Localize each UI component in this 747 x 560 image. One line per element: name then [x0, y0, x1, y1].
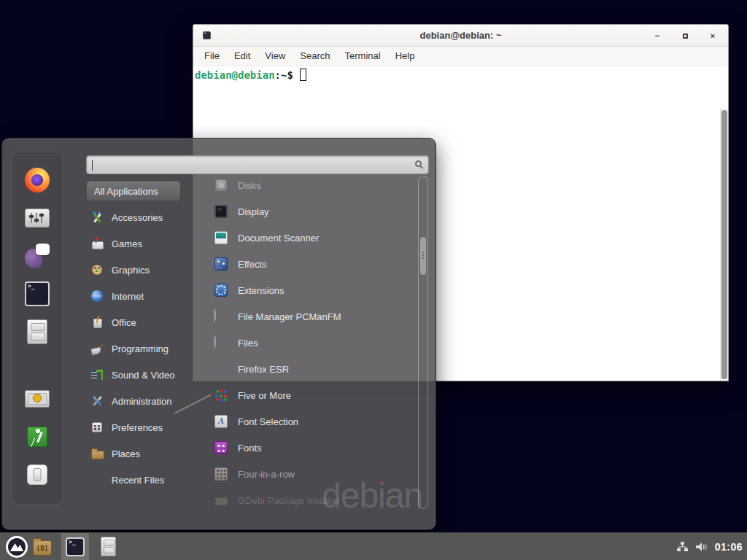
search-input[interactable]: [93, 157, 409, 173]
network-icon[interactable]: [676, 541, 689, 553]
close-button[interactable]: ×: [708, 31, 718, 41]
app-item-document-scanner[interactable]: Document Scanner: [208, 225, 415, 251]
volume-icon[interactable]: [695, 541, 708, 553]
menu-button[interactable]: [6, 536, 28, 558]
file-cabinet-icon: [214, 309, 228, 324]
pidgin-icon: [25, 244, 50, 268]
display-icon: [214, 204, 228, 219]
app-item-font-selection[interactable]: Font Selection: [208, 408, 415, 435]
document-scanner-icon: [214, 230, 228, 245]
sound-video-icon: [90, 368, 104, 381]
system-tray: 01:06: [676, 533, 743, 560]
clock[interactable]: 01:06: [715, 541, 743, 553]
logout-icon: [27, 427, 48, 448]
menu-edit[interactable]: Edit: [227, 47, 258, 66]
terminal-titlebar[interactable]: debian@debian: ~ − ×: [193, 25, 728, 47]
preferences-icon: [90, 421, 104, 434]
category-programming[interactable]: Programming: [86, 335, 206, 362]
favorite-logout[interactable]: [25, 424, 50, 449]
firefox-icon: [214, 362, 228, 376]
all-applications-label: All Applications: [94, 186, 158, 197]
app-item-disks[interactable]: Disks: [208, 172, 415, 198]
four-in-a-row-icon: [214, 467, 228, 481]
administration-icon: [90, 394, 104, 408]
menu-search[interactable]: Search: [293, 47, 337, 66]
menu-help[interactable]: Help: [388, 47, 422, 66]
app-item-four-in-a-row[interactable]: Four-in-a-row: [208, 461, 415, 487]
app-list-scrollbar[interactable]: [418, 176, 428, 509]
favorite-shutdown[interactable]: [25, 462, 50, 487]
file-cabinet-icon: [101, 537, 116, 556]
app-item-extensions[interactable]: Extensions: [208, 277, 415, 303]
app-item-effects[interactable]: Effects: [208, 251, 415, 277]
category-sound-video[interactable]: Sound & Video: [86, 362, 206, 388]
fonts-icon: [214, 440, 228, 455]
disks-icon: [214, 178, 228, 192]
applications-menu: debian All Applications Accessories Game…: [1, 138, 436, 530]
favorite-pidgin[interactable]: [25, 244, 50, 268]
internet-icon: [90, 289, 104, 303]
file-cabinet-icon: [214, 335, 228, 350]
favorites-panel: [11, 152, 63, 505]
window-controls: − ×: [652, 25, 718, 47]
terminal-cursor: [300, 69, 306, 81]
category-games[interactable]: Games: [86, 230, 206, 257]
app-item-firefox-esr[interactable]: Firefox ESR: [208, 356, 415, 382]
games-icon: [90, 237, 104, 250]
font-selection-icon: [214, 414, 228, 429]
app-item-files[interactable]: Files: [208, 330, 415, 356]
terminal-scrollbar-thumb[interactable]: [721, 110, 727, 379]
maximize-button[interactable]: [680, 31, 690, 41]
app-item-file-manager-pcmanfm[interactable]: File Manager PCManFM: [208, 303, 415, 330]
search-icon: [415, 160, 422, 167]
shell-prompt: debian@debian:~$: [195, 69, 727, 81]
category-administration[interactable]: Administration: [86, 388, 206, 414]
taskbar-terminal[interactable]: [66, 537, 85, 556]
firefox-icon: [25, 168, 50, 192]
gdebi-icon: [214, 493, 228, 508]
places-icon: [90, 447, 104, 460]
prompt-user-host: debian@debian: [195, 69, 275, 81]
category-all-applications[interactable]: All Applications: [86, 181, 181, 201]
effects-icon: [214, 257, 228, 271]
terminal-icon: [25, 281, 50, 306]
five-or-more-icon: [214, 388, 228, 402]
taskbar-file-manager[interactable]: [32, 537, 53, 557]
mixer-icon: [25, 209, 50, 228]
category-office[interactable]: Office: [86, 309, 206, 335]
category-accessories[interactable]: Accessories: [86, 204, 206, 230]
favorite-mixer[interactable]: [25, 206, 50, 230]
favorite-terminal[interactable]: [25, 281, 50, 306]
shutdown-icon: [27, 464, 48, 486]
category-graphics[interactable]: Graphics: [86, 257, 206, 283]
app-item-five-or-more[interactable]: Five or More: [208, 382, 415, 408]
accessories-icon: [90, 211, 104, 224]
category-preferences[interactable]: Preferences: [86, 414, 206, 440]
app-item-display[interactable]: Display: [208, 198, 415, 225]
category-list: Accessories Games Graphics Internet Offi…: [86, 204, 206, 493]
category-internet[interactable]: Internet: [86, 283, 206, 309]
category-places[interactable]: Places: [86, 440, 206, 467]
favorite-firefox[interactable]: [25, 168, 50, 192]
app-list: Disks Display Document Scanner Effects E…: [208, 172, 415, 510]
app-item-fonts[interactable]: Fonts: [208, 435, 415, 461]
taskbar-files[interactable]: [99, 537, 117, 556]
minimize-button[interactable]: −: [652, 31, 662, 41]
window-title: debian@debian: ~: [193, 25, 728, 47]
menu-view[interactable]: View: [258, 47, 293, 66]
blank-icon: [90, 473, 104, 486]
terminal-scrollbar[interactable]: [720, 109, 728, 381]
prompt-suffix: :~$: [275, 69, 293, 81]
terminal-menubar: File Edit View Search Terminal Help: [193, 47, 728, 66]
app-item-gdebi-package-installer[interactable]: GDebi Package Installer: [208, 487, 415, 510]
graphics-icon: [90, 263, 104, 276]
menu-terminal[interactable]: Terminal: [338, 47, 388, 66]
favorite-lock-screen[interactable]: [25, 386, 50, 411]
favorite-file-cabinet[interactable]: [25, 319, 50, 344]
menu-file[interactable]: File: [197, 47, 227, 66]
programming-icon: [90, 342, 104, 355]
menu-logo-icon: [6, 536, 28, 558]
category-recent-files[interactable]: Recent Files: [86, 467, 206, 493]
lock-screen-icon: [25, 390, 50, 408]
app-list-scrollbar-thumb[interactable]: [420, 237, 426, 275]
